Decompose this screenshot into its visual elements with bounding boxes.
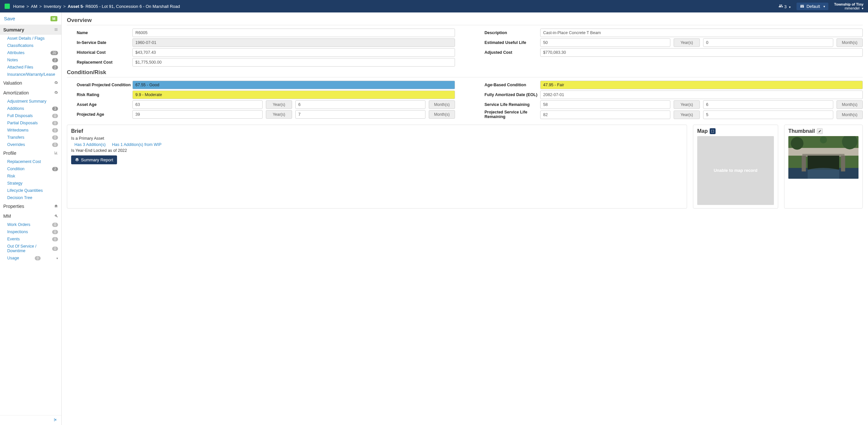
sidebar-item-work-orders[interactable]: Work Orders0: [0, 221, 61, 228]
abc-field: 47.95 - Fair: [540, 81, 863, 89]
breadcrumb-home[interactable]: Home: [13, 4, 25, 9]
pslr-years-field: 82: [540, 111, 670, 119]
brief-link-wip[interactable]: Has 1 Addition(s) from WIP: [112, 142, 162, 147]
sidebar-item-decision-tree[interactable]: Decision Tree: [0, 194, 61, 201]
chart-icon: [54, 151, 58, 156]
slr-months-field: 6: [703, 100, 833, 109]
save-label: Save: [4, 16, 15, 21]
breadcrumb-sep: >: [27, 4, 29, 9]
proj-age-label: Projected Age: [67, 112, 132, 117]
risk-field: 9.9 - Moderate: [132, 91, 455, 99]
thumbnail-panel: Thumbnail: [784, 125, 863, 209]
layout-default-label: Default: [806, 4, 820, 9]
name-field[interactable]: R6005: [132, 29, 455, 37]
sidebar-item-transfers[interactable]: Transfers0: [0, 134, 61, 141]
sidebar-section-amortization[interactable]: Amortization: [0, 88, 61, 98]
breadcrumb-sep: >: [63, 4, 66, 9]
sidebar-item-partial-disposals[interactable]: Partial Disposals0: [0, 119, 61, 127]
layout-default-button[interactable]: Default: [797, 3, 828, 10]
hist-cost-field[interactable]: $43,707.43: [132, 48, 455, 57]
sidebar-item-attached-files[interactable]: Attached Files2: [0, 64, 61, 71]
adj-cost-field[interactable]: $770,083.30: [540, 48, 863, 57]
wrench-icon: [54, 214, 58, 219]
eol-label: Fully Amortized Date (EOL): [475, 92, 540, 97]
sidebar-item-events[interactable]: Events0: [0, 236, 61, 243]
app-logo: [5, 4, 10, 9]
breadcrumb-am[interactable]: AM: [31, 4, 37, 9]
chevron-left-bar-icon: [54, 418, 58, 422]
breadcrumb-inventory[interactable]: Inventory: [43, 4, 61, 9]
eul-months-field[interactable]: 0: [703, 38, 833, 47]
sidebar-item-condition[interactable]: Condition2: [0, 165, 61, 173]
age-label: Asset Age: [67, 102, 132, 107]
badge: 0: [52, 237, 58, 241]
sidebar-section-profile[interactable]: Profile: [0, 148, 61, 158]
inservice-field: 1960-07-01: [132, 38, 455, 47]
repl-cost-label: Replacement Cost: [67, 60, 132, 65]
age-months-field: 6: [296, 100, 426, 109]
sidebar-item-additions[interactable]: Additions3: [0, 105, 61, 112]
save-button[interactable]: Save M: [0, 12, 61, 25]
sidebar-section-mm[interactable]: MM: [0, 211, 61, 221]
map-expand-button[interactable]: [710, 128, 716, 134]
sidebar-section-valuation[interactable]: Valuation: [0, 78, 61, 88]
badge: 20: [51, 51, 58, 55]
pslr-label: Projected Service Life Remaining: [475, 110, 540, 119]
sidebar-item-adjustment-summary[interactable]: Adjustment Summary: [0, 98, 61, 105]
list-icon: [54, 28, 58, 32]
expand-icon: [711, 129, 714, 133]
brief-link-additions[interactable]: Has 3 Addition(s): [74, 142, 105, 147]
overview-title: Overview: [67, 17, 863, 25]
sidebar-scroll[interactable]: SummaryAsset Details / FlagsClassificati…: [0, 25, 61, 415]
desc-label: Description: [475, 30, 540, 35]
months-suffix: Month(s): [837, 100, 863, 109]
sidebar-item-full-disposals[interactable]: Full Disposals0: [0, 112, 61, 119]
age-years-field: 63: [132, 100, 262, 109]
save-badge: M: [51, 16, 57, 21]
sidebar-collapse-button[interactable]: [0, 415, 61, 425]
sidebar-section-summary[interactable]: Summary: [0, 25, 61, 35]
sidebar-item-overrides[interactable]: Overrides0: [0, 141, 61, 148]
breadcrumb-current-suffix: - R6005 - Lot 91, Concession 6 - On Mars…: [83, 4, 180, 9]
home-icon: [54, 204, 58, 209]
sidebar-item-writedowns[interactable]: Writedowns0: [0, 127, 61, 134]
gear-icon: [54, 91, 58, 95]
thumbnail-image[interactable]: [788, 136, 859, 179]
summary-report-button[interactable]: Summary Report: [71, 155, 117, 164]
badge: 2: [52, 167, 58, 171]
sidebar-item-lifecycle-quantities[interactable]: Lifecycle Quantities: [0, 187, 61, 194]
thumbnail-edit-button[interactable]: [817, 128, 823, 134]
users-icon: [778, 4, 783, 8]
months-suffix: Month(s): [429, 110, 455, 119]
sidebar-item-notes[interactable]: Notes2: [0, 56, 61, 64]
slr-label: Service Life Remaining: [475, 102, 540, 107]
years-suffix: Year(s): [266, 100, 292, 109]
map-title: Map: [697, 128, 708, 134]
sidebar-item-inspections[interactable]: Inspections0: [0, 228, 61, 236]
repl-cost-field[interactable]: $1,775,500.00: [132, 58, 455, 67]
sidebar-item-attributes[interactable]: Attributes20: [0, 49, 61, 56]
layout-icon: [800, 4, 804, 8]
months-suffix: Month(s): [429, 100, 455, 109]
sidebar-item-replacement-cost[interactable]: Replacement Cost: [0, 158, 61, 165]
opc-label: Overall Projected Condition: [67, 83, 132, 87]
breadcrumb-sep: >: [39, 4, 42, 9]
breadcrumb: Home > AM > Inventory > Asset 5- R6005 -…: [13, 4, 180, 9]
sidebar-item-usage[interactable]: Usage0 ▾: [0, 254, 61, 262]
sidebar-section-properties[interactable]: Properties: [0, 201, 61, 211]
desc-field[interactable]: Cast-in-Place Concrete T Beam: [540, 29, 863, 37]
sidebar-item-insurance-warranty-lease[interactable]: Insurance/Warranty/Lease: [0, 71, 61, 78]
risk-label: Risk Rating: [67, 92, 132, 97]
sidebar-item-risk[interactable]: Risk: [0, 173, 61, 180]
sidebar-item-asset-details-flags[interactable]: Asset Details / Flags: [0, 35, 61, 42]
eul-years-field[interactable]: 50: [540, 38, 670, 47]
adj-cost-label: Adjusted Cost: [475, 50, 540, 55]
sidebar-item-strategy[interactable]: Strategy: [0, 180, 61, 187]
users-online[interactable]: 3: [778, 4, 790, 9]
tenant-name: Township of Tiny: [834, 2, 863, 6]
years-suffix: Year(s): [674, 38, 700, 47]
brief-line1: Is a Primary Asset: [71, 136, 683, 141]
sidebar-item-classifications[interactable]: Classifications: [0, 42, 61, 49]
tenant-menu[interactable]: Township of Tiny mmendel: [834, 2, 863, 10]
sidebar-item-out-of-service-downtime[interactable]: Out Of Service / Downtime0: [0, 243, 61, 254]
